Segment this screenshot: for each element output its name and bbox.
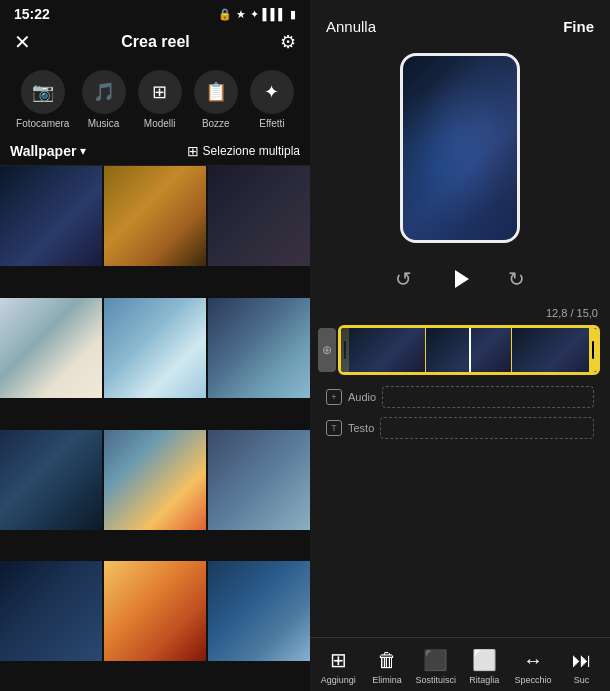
ritaglia-icon: ⬜	[472, 648, 497, 672]
photo-grid	[0, 166, 310, 691]
photo-cell-5[interactable]	[104, 298, 206, 428]
photo-4	[0, 298, 102, 398]
thumb-icon: ⊕	[322, 343, 332, 357]
text-track-line	[380, 417, 594, 439]
play-icon	[455, 270, 469, 288]
close-button[interactable]: ✕	[14, 30, 31, 54]
battery-icon: 🔒	[218, 8, 232, 21]
multi-select-icon: ⊞	[187, 143, 199, 159]
signal-icon: ▌▌▌	[263, 8, 286, 20]
gear-icon[interactable]: ⚙	[280, 31, 296, 53]
wallpaper-label: Wallpaper	[10, 143, 76, 159]
effetti-icon: ✦	[250, 70, 294, 114]
status-time: 15:22	[14, 6, 50, 22]
wallpaper-dropdown[interactable]: Wallpaper ▾	[10, 143, 86, 159]
wifi-icon: ✦	[250, 8, 259, 21]
audio-label: Audio	[348, 391, 376, 403]
photo-2	[104, 166, 206, 266]
specchio-icon: ↔	[523, 649, 543, 672]
audio-add-icon[interactable]: +	[326, 389, 342, 405]
photo-cell-12[interactable]	[208, 561, 310, 691]
musica-label: Musica	[88, 118, 120, 129]
fine-button[interactable]: Fine	[563, 18, 594, 35]
media-type-row: 📷 Fotocamera 🎵 Musica ⊞ Modelli 📋 Bozze …	[0, 62, 310, 137]
photo-cell-10[interactable]	[0, 561, 102, 691]
play-button[interactable]	[442, 261, 478, 297]
video-preview-area	[310, 45, 610, 251]
phone-frame	[400, 53, 520, 243]
chevron-down-icon: ▾	[80, 144, 86, 158]
playhead	[469, 328, 471, 372]
suc-button[interactable]: ⏭ Suc	[560, 649, 604, 685]
photo-11	[104, 561, 206, 661]
top-bar: ✕ Crea reel ⚙	[0, 26, 310, 62]
playback-controls: ↺ ↻	[310, 251, 610, 307]
audio-track-line	[382, 386, 594, 408]
sostituisci-button[interactable]: ⬛ Sostituisci	[414, 648, 458, 685]
photo-cell-7[interactable]	[0, 430, 102, 560]
musica-button[interactable]: 🎵 Musica	[82, 70, 126, 129]
photo-6	[208, 298, 310, 398]
effetti-label: Effetti	[259, 118, 284, 129]
photo-5	[104, 298, 206, 398]
audio-track: + Audio	[326, 383, 594, 411]
elimina-icon: 🗑	[377, 649, 397, 672]
status-icons: 🔒 ★ ✦ ▌▌▌ ▮	[218, 8, 296, 21]
modelli-label: Modelli	[144, 118, 176, 129]
photo-10	[0, 561, 102, 661]
clip-handle-right[interactable]	[589, 328, 597, 372]
text-label: Testo	[348, 422, 374, 434]
fotocamera-button[interactable]: 📷 Fotocamera	[16, 70, 69, 129]
photo-cell-1[interactable]	[0, 166, 102, 296]
aux-tracks: + Audio T Testo	[318, 383, 602, 442]
sostituisci-label: Sostituisci	[415, 675, 456, 685]
battery-level-icon: ▮	[290, 8, 296, 21]
musica-icon: 🎵	[82, 70, 126, 114]
timeline-thumb-left[interactable]: ⊕	[318, 328, 336, 372]
photo-1	[0, 166, 102, 266]
photo-cell-2[interactable]	[104, 166, 206, 296]
aggiungi-button[interactable]: ⊞ Aggiungi	[316, 648, 360, 685]
multi-select-label: Selezione multipla	[203, 144, 300, 158]
photo-cell-3[interactable]	[208, 166, 310, 296]
bluetooth-icon: ★	[236, 8, 246, 21]
ritaglia-button[interactable]: ⬜ Ritaglia	[462, 648, 506, 685]
annulla-button[interactable]: Annulla	[326, 18, 376, 35]
wallpaper-bar: Wallpaper ▾ ⊞ Selezione multipla	[0, 137, 310, 166]
sostituisci-icon: ⬛	[423, 648, 448, 672]
bozze-button[interactable]: 📋 Bozze	[194, 70, 238, 129]
right-panel: Annulla Fine ↺ ↻ 12,8 / 15,0 ⊕	[310, 0, 610, 691]
bottom-toolbar: ⊞ Aggiungi 🗑 Elimina ⬛ Sostituisci ⬜ Rit…	[310, 637, 610, 691]
undo-button[interactable]: ↺	[395, 267, 412, 291]
aggiungi-label: Aggiungi	[321, 675, 356, 685]
photo-3	[208, 166, 310, 266]
elimina-label: Elimina	[372, 675, 402, 685]
photo-cell-4[interactable]	[0, 298, 102, 428]
specchio-button[interactable]: ↔ Specchio	[511, 649, 555, 685]
photo-8	[104, 430, 206, 530]
clip-cell-3	[512, 328, 597, 372]
photo-7	[0, 430, 102, 530]
photo-cell-9[interactable]	[208, 430, 310, 560]
text-add-icon[interactable]: T	[326, 420, 342, 436]
fotocamera-icon: 📷	[21, 70, 65, 114]
time-label: 12,8 / 15,0	[318, 307, 602, 319]
modelli-button[interactable]: ⊞ Modelli	[138, 70, 182, 129]
timeline-area: 12,8 / 15,0 ⊕	[310, 307, 610, 449]
left-panel: 15:22 🔒 ★ ✦ ▌▌▌ ▮ ✕ Crea reel ⚙ 📷 Fotoca…	[0, 0, 310, 691]
effetti-button[interactable]: ✦ Effetti	[250, 70, 294, 129]
suc-label: Suc	[574, 675, 590, 685]
aggiungi-icon: ⊞	[330, 648, 347, 672]
photo-cell-8[interactable]	[104, 430, 206, 560]
elimina-button[interactable]: 🗑 Elimina	[365, 649, 409, 685]
city-overlay	[403, 130, 517, 240]
right-top-bar: Annulla Fine	[310, 0, 610, 45]
photo-cell-6[interactable]	[208, 298, 310, 428]
bozze-icon: 📋	[194, 70, 238, 114]
timeline-track: ⊕	[318, 323, 602, 377]
redo-button[interactable]: ↻	[508, 267, 525, 291]
photo-cell-11[interactable]	[104, 561, 206, 691]
multi-select-button[interactable]: ⊞ Selezione multipla	[187, 143, 300, 159]
clip-container[interactable]	[338, 325, 600, 375]
page-title: Crea reel	[121, 33, 190, 51]
